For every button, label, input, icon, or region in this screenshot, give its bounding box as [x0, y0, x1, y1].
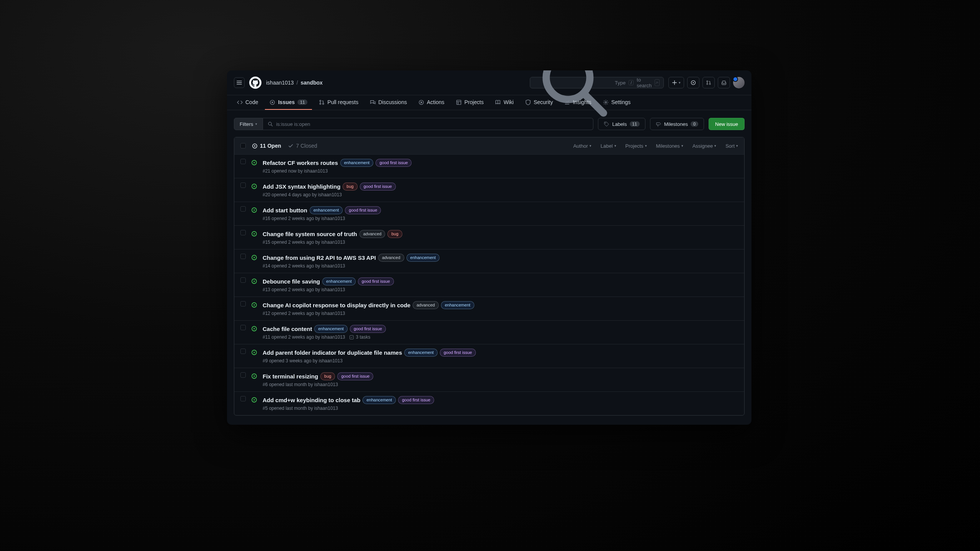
- label-good_first_issue[interactable]: good first issue: [440, 349, 476, 357]
- label-good_first_issue[interactable]: good first issue: [376, 159, 412, 167]
- issue-checkbox[interactable]: [240, 301, 246, 306]
- closed-tab[interactable]: 7 Closed: [288, 143, 317, 149]
- new-issue-button[interactable]: New issue: [709, 118, 745, 130]
- label-good_first_issue[interactable]: good first issue: [337, 372, 373, 380]
- svg-rect-11: [457, 100, 461, 104]
- issue-title[interactable]: Change file system source of truth: [263, 231, 357, 237]
- label-enhancement[interactable]: enhancement: [404, 349, 438, 357]
- issue-meta: #16 opened 2 weeks ago by ishaan1013: [263, 216, 345, 221]
- svg-point-19: [253, 186, 255, 187]
- issue-checkbox[interactable]: [240, 206, 246, 212]
- label-bug[interactable]: bug: [320, 372, 335, 380]
- label-enhancement[interactable]: enhancement: [322, 277, 356, 285]
- filters-button[interactable]: Filters ▾: [234, 118, 263, 130]
- tab-security[interactable]: Security: [521, 95, 558, 110]
- issue-title[interactable]: Add parent folder indicator for duplicat…: [263, 349, 402, 356]
- tab-settings[interactable]: Settings: [598, 95, 635, 110]
- select-all-checkbox[interactable]: [240, 143, 246, 148]
- issue-open-icon: [251, 349, 257, 355]
- tab-code[interactable]: Code: [232, 95, 263, 110]
- issue-row[interactable]: Change from using R2 API to AWS S3 APIad…: [234, 249, 744, 273]
- issue-opened-icon: [252, 143, 258, 149]
- label-good_first_issue[interactable]: good first issue: [360, 183, 396, 191]
- pull-requests-tray-button[interactable]: [702, 77, 715, 88]
- issue-checkbox[interactable]: [240, 396, 246, 401]
- issue-row[interactable]: Refactor CF workers routesenhancementgoo…: [234, 155, 744, 178]
- issues-search-input[interactable]: is:issue is:open: [263, 118, 593, 130]
- global-search[interactable]: Type / to search: [530, 77, 664, 88]
- milestones-button[interactable]: Milestones 0: [650, 118, 704, 130]
- owner-link[interactable]: ishaan1013: [266, 80, 294, 86]
- filter-projects[interactable]: Projects: [626, 143, 647, 149]
- filter-author[interactable]: Author: [573, 143, 591, 149]
- issue-open-icon: [251, 397, 257, 403]
- svg-point-3: [707, 83, 708, 85]
- issue-row[interactable]: Add parent folder indicator for duplicat…: [234, 344, 744, 368]
- create-new-button[interactable]: ▾: [668, 77, 684, 88]
- label-enhancement[interactable]: enhancement: [314, 325, 348, 333]
- svg-point-1: [693, 82, 694, 83]
- label-enhancement[interactable]: enhancement: [310, 206, 343, 214]
- issue-row[interactable]: Cache file contentenhancementgood first …: [234, 321, 744, 344]
- issue-checkbox[interactable]: [240, 372, 246, 378]
- issue-title[interactable]: Change from using R2 API to AWS S3 API: [263, 254, 376, 261]
- issue-title[interactable]: Add start button: [263, 207, 307, 214]
- label-advanced[interactable]: advanced: [359, 230, 385, 238]
- tab-insights[interactable]: Insights: [560, 95, 596, 110]
- filter-sort[interactable]: Sort: [725, 143, 738, 149]
- issue-row[interactable]: Change file system source of truthadvanc…: [234, 226, 744, 249]
- label-bug[interactable]: bug: [343, 183, 357, 191]
- github-logo[interactable]: [249, 77, 261, 89]
- issue-row[interactable]: Change AI copilot response to display di…: [234, 297, 744, 321]
- filter-label[interactable]: Label: [601, 143, 616, 149]
- issue-checkbox[interactable]: [240, 254, 246, 259]
- filter-milestones[interactable]: Milestones: [656, 143, 683, 149]
- tab-pull-requests[interactable]: Pull requests: [314, 95, 363, 110]
- issue-checkbox[interactable]: [240, 159, 246, 164]
- label-advanced[interactable]: advanced: [378, 254, 404, 262]
- user-avatar[interactable]: [733, 77, 745, 88]
- issue-checkbox[interactable]: [240, 183, 246, 188]
- issue-title[interactable]: Debounce file saving: [263, 278, 320, 285]
- github-mark-icon: [251, 78, 260, 87]
- label-good_first_issue[interactable]: good first issue: [358, 277, 394, 285]
- issue-checkbox[interactable]: [240, 349, 246, 354]
- labels-button[interactable]: Labels 11: [598, 118, 645, 130]
- issue-row[interactable]: Add cmd+w keybinding to close tabenhance…: [234, 392, 744, 415]
- issue-row[interactable]: Debounce file savingenhancementgood firs…: [234, 273, 744, 297]
- label-good_first_issue[interactable]: good first issue: [350, 325, 386, 333]
- label-enhancement[interactable]: enhancement: [407, 254, 440, 262]
- label-good_first_issue[interactable]: good first issue: [345, 206, 381, 214]
- tab-issues[interactable]: Issues 11: [265, 95, 312, 110]
- issues-tray-button[interactable]: [687, 77, 699, 88]
- filter-assignee[interactable]: Assignee: [693, 143, 716, 149]
- issue-title[interactable]: Cache file content: [263, 326, 312, 332]
- open-tab[interactable]: 11 Open: [252, 143, 281, 149]
- issue-opened-icon: [270, 99, 275, 105]
- tab-wiki[interactable]: Wiki: [490, 95, 518, 110]
- label-enhancement[interactable]: enhancement: [363, 396, 396, 404]
- label-enhancement[interactable]: enhancement: [441, 301, 474, 309]
- menu-button[interactable]: [234, 77, 245, 88]
- label-enhancement[interactable]: enhancement: [340, 159, 374, 167]
- issue-checkbox[interactable]: [240, 230, 246, 235]
- tab-actions[interactable]: Actions: [414, 95, 449, 110]
- issue-title[interactable]: Add cmd+w keybinding to close tab: [263, 397, 360, 403]
- label-advanced[interactable]: advanced: [413, 301, 439, 309]
- issue-title[interactable]: Add JSX syntax highlighting: [263, 183, 340, 190]
- issue-checkbox[interactable]: [240, 277, 246, 283]
- tab-projects[interactable]: Projects: [451, 95, 488, 110]
- issue-checkbox[interactable]: [240, 325, 246, 330]
- issue-title[interactable]: Change AI copilot response to display di…: [263, 302, 410, 308]
- tab-discussions[interactable]: Discussions: [365, 95, 412, 110]
- issue-row[interactable]: Add JSX syntax highlightingbuggood first…: [234, 178, 744, 202]
- label-good_first_issue[interactable]: good first issue: [398, 396, 434, 404]
- repo-link[interactable]: sandbox: [301, 80, 323, 86]
- issue-title[interactable]: Refactor CF workers routes: [263, 160, 338, 166]
- issue-row[interactable]: Fix terminal resizingbuggood first issue…: [234, 368, 744, 392]
- issue-row[interactable]: Add start buttonenhancementgood first is…: [234, 202, 744, 226]
- label-bug[interactable]: bug: [387, 230, 402, 238]
- notifications-button[interactable]: [718, 77, 730, 88]
- issue-title[interactable]: Fix terminal resizing: [263, 373, 318, 380]
- issue-open-icon: [251, 207, 257, 213]
